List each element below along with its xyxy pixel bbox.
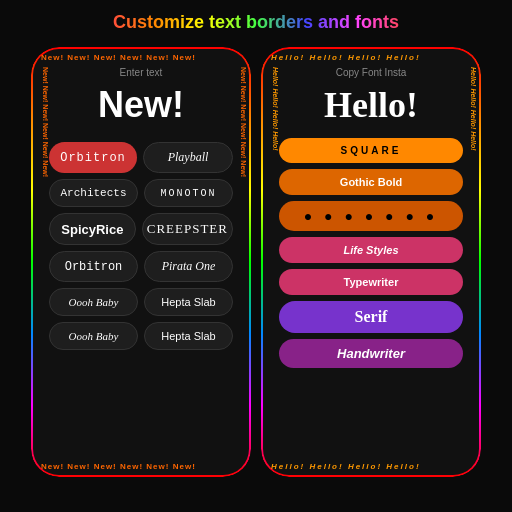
font-row-6: Oooh Baby Hepta Slab bbox=[49, 322, 233, 350]
font-btn-creepster[interactable]: CREEPSTER bbox=[142, 213, 233, 245]
font-btn-ooh-baby-2[interactable]: Oooh Baby bbox=[49, 322, 138, 350]
enter-text-label: Enter text bbox=[120, 67, 163, 78]
border-text-left-phone: New! New! New! New! New! New! New! New! … bbox=[31, 47, 251, 477]
font-row-4: Orbitron Pirata One bbox=[49, 251, 233, 282]
font-btn-typewriter[interactable]: Typewriter bbox=[279, 269, 463, 295]
phone-left: New! New! New! New! New! New! New! New! … bbox=[31, 47, 251, 477]
phones-container: New! New! New! New! New! New! New! New! … bbox=[0, 41, 512, 483]
font-btn-pirata[interactable]: Pirata One bbox=[144, 251, 233, 282]
phone-right: Hello! Hello! Hello! Hello! Hello! Hello… bbox=[261, 47, 481, 477]
border-text-top-right: Hello! Hello! Hello! Hello! bbox=[271, 53, 471, 62]
right-font-buttons: SQUARE Gothic Bold ● ● ● ● ● ● ● Life St… bbox=[279, 138, 463, 368]
border-text-bottom-right: Hello! Hello! Hello! Hello! bbox=[271, 462, 471, 471]
font-btn-architects[interactable]: Architects bbox=[49, 179, 138, 207]
page-title: Customize text borders and fonts bbox=[105, 0, 407, 41]
border-text-side-left: New! New! New! New! New! New! bbox=[35, 67, 49, 457]
main-text-display-right: Hello! bbox=[324, 84, 418, 126]
font-btn-spicyrice[interactable]: SpicyRice bbox=[49, 213, 136, 245]
font-btn-square[interactable]: SQUARE bbox=[279, 138, 463, 163]
border-text-right-phone: Hello! Hello! Hello! Hello! Hello! Hello… bbox=[261, 47, 481, 477]
font-btn-monoton[interactable]: MONOTON bbox=[144, 179, 233, 207]
copy-font-label: Copy Font Insta bbox=[336, 67, 407, 78]
font-btn-dots[interactable]: ● ● ● ● ● ● ● bbox=[279, 201, 463, 231]
main-text-display-left: New! bbox=[98, 84, 184, 126]
font-row-5: Oooh Baby Hepta Slab bbox=[49, 288, 233, 316]
border-text-side-left-r: Hello! Hello! Hello! Hello! bbox=[265, 67, 279, 457]
font-btn-hepta-slab-1[interactable]: Hepta Slab bbox=[144, 288, 233, 316]
font-btn-orbitron2[interactable]: Orbitron bbox=[49, 251, 138, 282]
phone-right-content: Copy Font Insta Hello! SQUARE Gothic Bol… bbox=[261, 47, 481, 477]
border-text-side-right-r: Hello! Hello! Hello! Hello! bbox=[463, 67, 477, 457]
font-btn-handwriter[interactable]: Handwriter bbox=[279, 339, 463, 368]
font-btn-ooh-baby-1[interactable]: Oooh Baby bbox=[49, 288, 138, 316]
font-btn-hepta-slab-2[interactable]: Hepta Slab bbox=[144, 322, 233, 350]
border-text-bottom-left: New! New! New! New! New! New! bbox=[41, 462, 241, 471]
border-text-top-left: New! New! New! New! New! New! bbox=[41, 53, 241, 62]
border-text-side-right: New! New! New! New! New! New! bbox=[233, 67, 247, 457]
font-btn-playball[interactable]: Playball bbox=[143, 142, 233, 173]
font-btn-gothic-bold[interactable]: Gothic Bold bbox=[279, 169, 463, 195]
font-row-1: Orbitron Playball bbox=[49, 142, 233, 173]
phone-left-content: Enter text New! Orbitron Playball Archit… bbox=[31, 47, 251, 477]
font-btn-orbitron[interactable]: Orbitron bbox=[49, 142, 137, 173]
font-buttons-grid-left: Orbitron Playball Architects MONOTON Spi… bbox=[49, 142, 233, 350]
page-header: Customize text borders and fonts bbox=[105, 0, 407, 41]
font-btn-life-styles[interactable]: Life Styles bbox=[279, 237, 463, 263]
font-btn-serif[interactable]: Serif bbox=[279, 301, 463, 333]
font-row-2: Architects MONOTON bbox=[49, 179, 233, 207]
font-row-3: SpicyRice CREEPSTER bbox=[49, 213, 233, 245]
